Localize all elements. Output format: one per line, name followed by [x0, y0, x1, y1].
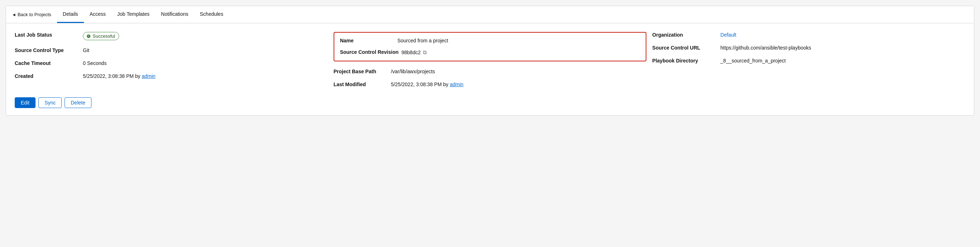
edit-btn2[interactable]: Edit — [15, 97, 35, 108]
scu-row: Source Control URL https://github.com/an… — [652, 45, 965, 51]
cr-user-link2[interactable]: admin — [142, 73, 155, 79]
scr-val2: 98b8dc2 ⧉ — [401, 49, 427, 56]
page-wrapper: ◄ Back to Projects Details Access Job Te… — [6, 6, 974, 116]
highlight-box2: Name Sourced from a project Source Contr… — [334, 32, 647, 61]
ct-row: Cache Timeout 0 Seconds — [15, 60, 328, 66]
scu-val2: https://github.com/ansible/test-playbook… — [720, 45, 811, 51]
tab-job-templates[interactable]: Job Templates — [111, 6, 155, 23]
ct-val2: 0 Seconds — [83, 60, 107, 66]
copy-icon2[interactable]: ⧉ — [423, 49, 427, 56]
nav-tabs: ◄ Back to Projects Details Access Job Te… — [6, 6, 974, 23]
tab-schedules[interactable]: Schedules — [194, 6, 229, 23]
lm-user-link2[interactable]: admin — [450, 81, 463, 87]
org-row: Organization Default — [652, 32, 965, 38]
pd-label2: Playbook Directory — [652, 58, 720, 64]
tab-notifications[interactable]: Notifications — [155, 6, 194, 23]
content-area: Last Job Status Successful Source Contro… — [6, 23, 974, 115]
pbp-row: Project Base Path /var/lib/awx/projects — [334, 69, 647, 74]
tab-access[interactable]: Access — [84, 6, 111, 23]
pbp-val2: /var/lib/awx/projects — [391, 69, 435, 74]
org-label2: Organization — [652, 32, 720, 38]
sync-btn2[interactable]: Sync — [38, 97, 62, 108]
delete-btn2[interactable]: Delete — [65, 97, 91, 108]
actions-row2: Edit Sync Delete — [15, 97, 965, 108]
scr-label2: Source Control Revision — [340, 49, 401, 55]
cr-row: Created 5/25/2022, 3:08:38 PM by admin — [15, 73, 328, 79]
sct-row: Source Control Type Git — [15, 48, 328, 53]
scr-row2: Source Control Revision 98b8dc2 ⧉ — [340, 49, 640, 56]
name-label2: Name — [340, 38, 398, 43]
name-val2: Sourced from a project — [398, 38, 449, 43]
sct-label2: Source Control Type — [15, 48, 83, 53]
ct-label2: Cache Timeout — [15, 60, 83, 66]
back-arrow-icon: ◄ — [12, 12, 16, 17]
cr-label2: Created — [15, 73, 83, 79]
ljs-badge2: Successful — [83, 32, 119, 40]
pd-row: Playbook Directory _8__sourced_from_a_pr… — [652, 58, 965, 64]
lm-label2: Last Modified — [334, 81, 391, 87]
cr-val2: 5/25/2022, 3:08:38 PM by admin — [83, 73, 155, 79]
back-label: Back to Projects — [18, 12, 51, 17]
tab-details[interactable]: Details — [57, 6, 84, 23]
last-job-status-row: Last Job Status Successful — [15, 32, 328, 40]
ljs-label2: Last Job Status — [15, 32, 83, 38]
back-to-projects[interactable]: ◄ Back to Projects — [12, 7, 57, 22]
org-val2[interactable]: Default — [720, 32, 736, 38]
lm-val2: 5/25/2022, 3:08:38 PM by admin — [391, 81, 463, 87]
pbp-label2: Project Base Path — [334, 69, 391, 74]
sct-val2: Git — [83, 48, 89, 53]
pd-val2: _8__sourced_from_a_project — [720, 58, 786, 64]
lm-row: Last Modified 5/25/2022, 3:08:38 PM by a… — [334, 81, 647, 87]
scu-label2: Source Control URL — [652, 45, 720, 51]
name-row2: Name Sourced from a project — [340, 38, 640, 43]
